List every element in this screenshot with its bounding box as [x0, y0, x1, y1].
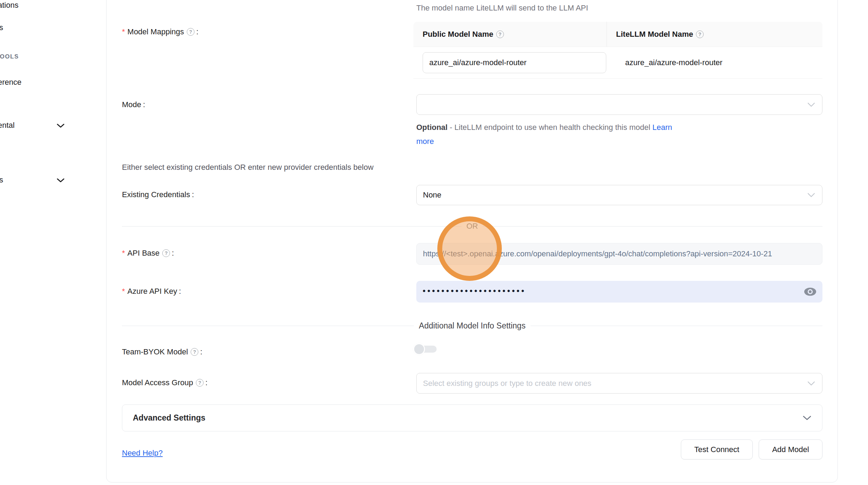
advanced-settings-panel[interactable]: Advanced Settings [122, 404, 822, 431]
chevron-down-icon[interactable] [57, 123, 64, 128]
litellm-model-name-value: azure_ai/azure-model-router [625, 58, 723, 67]
chevron-down-icon [807, 193, 815, 198]
team-byok-toggle[interactable] [413, 343, 438, 355]
learn-more-link[interactable]: more [416, 137, 434, 146]
api-base-label: * API Base : [122, 249, 174, 258]
sidebar-item-erence[interactable]: erence [0, 78, 21, 87]
chevron-down-icon [802, 415, 812, 421]
masked-password: •••••••••••••••••••••• [423, 287, 526, 295]
need-help-link[interactable]: Need Help? [122, 449, 163, 458]
learn-more-link[interactable]: Learn [652, 123, 672, 132]
existing-credentials-select[interactable]: None [416, 185, 822, 205]
azure-api-key-label: * Azure API Key : [122, 287, 181, 296]
mode-help-text: Optional - LiteLLM endpoint to use when … [416, 120, 708, 148]
sidebar-item-s1[interactable]: s [0, 23, 3, 32]
question-circle-icon[interactable] [162, 249, 170, 257]
model-access-group-label: Model Access Group : [122, 378, 207, 387]
chevron-down-icon [807, 381, 815, 386]
sidebar-item-ental[interactable]: ental [0, 121, 15, 130]
additional-info-divider-text: Additional Model Info Settings [414, 321, 530, 331]
table-header-row: Public Model Name LiteLLM Model Name [414, 22, 822, 47]
public-model-name-input[interactable] [423, 52, 606, 73]
question-circle-icon[interactable] [191, 348, 198, 356]
team-byok-label: Team-BYOK Model : [122, 347, 202, 356]
toggle-knob [413, 343, 425, 355]
additional-info-divider: Additional Model Info Settings [122, 320, 822, 331]
select-placeholder: Select existing groups or type to create… [423, 379, 592, 388]
add-model-button[interactable]: Add Model [759, 439, 822, 459]
model-name-help-text: The model name LiteLLM will send to the … [416, 4, 588, 13]
chevron-down-icon [807, 102, 815, 107]
question-circle-icon[interactable] [496, 30, 504, 38]
required-asterisk: * [122, 249, 125, 258]
model-mappings-table: Public Model Name LiteLLM Model Name azu… [414, 22, 822, 79]
chevron-down-icon[interactable] [57, 178, 64, 183]
litellm-model-name-header: LiteLLM Model Name [607, 22, 822, 47]
sidebar-item-ations[interactable]: ations [0, 1, 19, 10]
sidebar-item-s2[interactable]: s [0, 175, 3, 185]
eye-icon[interactable] [804, 286, 817, 297]
existing-credentials-label: Existing Credentials : [122, 190, 194, 199]
mode-label: Mode : [122, 100, 145, 109]
question-circle-icon[interactable] [696, 30, 704, 38]
question-circle-icon[interactable] [187, 28, 194, 36]
model-mappings-label: * Model Mappings : [122, 27, 198, 36]
question-circle-icon[interactable] [196, 379, 204, 387]
azure-api-key-input[interactable]: •••••••••••••••••••••• [416, 281, 822, 303]
public-model-name-header: Public Model Name [414, 22, 607, 47]
required-asterisk: * [122, 287, 125, 296]
sidebar-section-tools: TOOLS [0, 53, 19, 60]
advanced-settings-title: Advanced Settings [133, 413, 205, 423]
credentials-note: Either select existing credentials OR en… [122, 163, 374, 172]
mode-select[interactable] [416, 94, 822, 115]
table-row: azure_ai/azure-model-router [414, 47, 822, 78]
required-asterisk: * [122, 27, 125, 36]
click-highlight-circle [437, 216, 502, 281]
test-connect-button[interactable]: Test Connect [681, 439, 753, 459]
model-access-group-select[interactable]: Select existing groups or type to create… [416, 373, 822, 394]
